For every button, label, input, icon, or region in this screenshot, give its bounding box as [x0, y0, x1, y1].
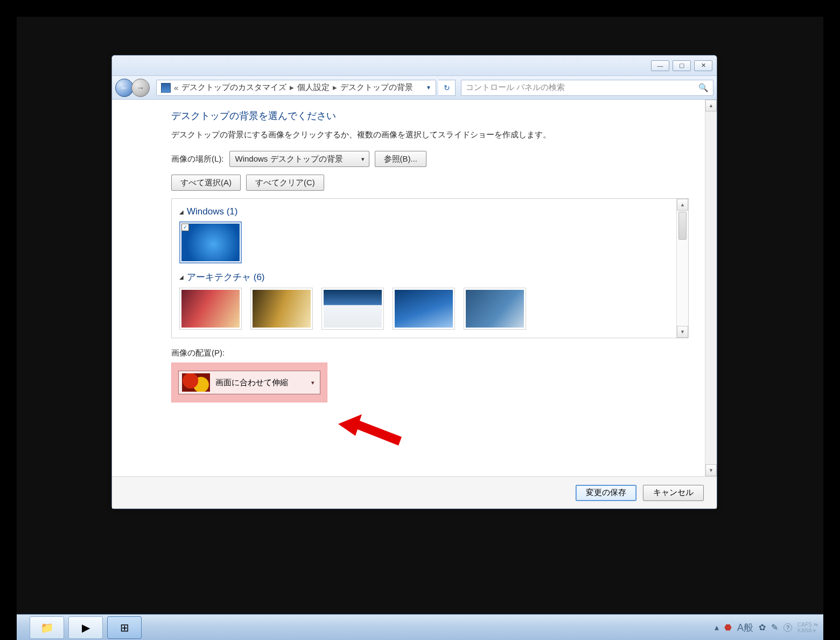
window-titlebar: — ▢ ✕ — [112, 55, 717, 76]
select-all-button[interactable]: すべて選択(A) — [171, 175, 241, 191]
minimize-button[interactable]: — — [651, 60, 669, 71]
navigation-bar: ← → « デスクトップのカスタマイズ ▶ 個人設定 ▶ デスクトップの背景 ▼… — [112, 76, 717, 100]
breadcrumb-seg-1[interactable]: デスクトップのカスタマイズ — [181, 82, 286, 93]
location-combo[interactable]: Windows デスクトップの背景 — [229, 151, 369, 167]
breadcrumb-seg-2[interactable]: 個人設定 — [297, 82, 330, 93]
browse-button[interactable]: 参照(B)... — [375, 151, 427, 167]
save-changes-button[interactable]: 変更の保存 — [576, 485, 636, 501]
search-placeholder: コントロール パネルの検索 — [466, 82, 565, 93]
ime-tool-icon[interactable]: ✿ — [759, 622, 766, 632]
taskbar-explorer-button[interactable]: 📁 — [30, 616, 64, 639]
location-row: 画像の場所(L): Windows デスクトップの背景 参照(B)... — [171, 151, 689, 167]
content-area: デスクトップの背景を選んでください デスクトップの背景にする画像をクリックするか… — [112, 100, 717, 476]
maximize-button[interactable]: ▢ — [673, 60, 691, 71]
wallpaper-gallery-inner: ◢ Windows (1) ✓ ◢ アー — [172, 199, 676, 338]
tray-chevron-up-icon[interactable]: ▴ — [715, 622, 719, 632]
page-heading: デスクトップの背景を選んでください — [171, 109, 689, 122]
close-button[interactable]: ✕ — [694, 60, 712, 71]
group-header-architecture[interactable]: ◢ アーキテクチャ (6) — [179, 271, 669, 283]
position-label: 画像の配置(P): — [171, 348, 689, 358]
group-title: アーキテクチャ (6) — [187, 271, 265, 283]
scroll-down-icon[interactable]: ▼ — [705, 464, 717, 476]
wallpaper-thumb[interactable] — [393, 288, 455, 330]
nav-buttons: ← → — [115, 79, 154, 97]
ime-help-icon[interactable]: ? — [783, 623, 792, 632]
scroll-thumb[interactable] — [678, 212, 687, 240]
breadcrumb[interactable]: « デスクトップのカスタマイズ ▶ 個人設定 ▶ デスクトップの背景 ▼ — [156, 80, 436, 96]
checkbox-checked-icon[interactable]: ✓ — [181, 224, 189, 231]
window-scrollbar[interactable]: ▲ ▼ — [705, 100, 717, 476]
collapse-icon: ◢ — [179, 274, 184, 280]
system-tray: ▴ ⬣ A般 ✿ ✎ ? CAPS ⇆KANA ▾ — [715, 621, 818, 634]
search-input[interactable]: コントロール パネルの検索 🔍 — [461, 80, 713, 96]
group-architecture-thumbs — [179, 288, 669, 330]
wallpaper-thumb[interactable] — [321, 288, 384, 330]
group-title: Windows (1) — [187, 206, 237, 217]
main-pane: デスクトップの背景を選んでください デスクトップの背景にする画像をクリックするか… — [112, 100, 705, 476]
chevron-right-icon: ▶ — [290, 85, 294, 91]
location-value: Windows デスクトップの背景 — [235, 154, 343, 164]
taskbar-mediaplayer-button[interactable]: ▶ — [68, 616, 103, 639]
ime-pad-icon[interactable]: ✎ — [771, 622, 778, 632]
wallpaper-thumb[interactable] — [464, 288, 526, 330]
forward-button[interactable]: → — [131, 79, 150, 97]
taskbar: 📁 ▶ ⊞ ▴ ⬣ A般 ✿ ✎ ? CAPS ⇆KANA ▾ — [17, 614, 823, 640]
wallpaper-thumb[interactable] — [250, 288, 313, 330]
control-panel-icon — [161, 83, 171, 93]
scroll-up-icon[interactable]: ▲ — [677, 199, 688, 211]
gallery-scrollbar[interactable]: ▲ ▼ — [676, 199, 688, 338]
breadcrumb-seg-3: デスクトップの背景 — [340, 82, 413, 93]
cancel-button[interactable]: キャンセル — [643, 485, 704, 501]
wallpaper-thumb[interactable]: ✓ — [179, 221, 242, 263]
tray-security-icon[interactable]: ⬣ — [724, 622, 732, 632]
group-windows-thumbs: ✓ — [179, 221, 669, 263]
window-footer: 変更の保存 キャンセル — [112, 476, 717, 509]
scroll-up-icon[interactable]: ▲ — [705, 100, 717, 112]
chevron-right-icon: ▶ — [333, 85, 337, 91]
svg-marker-0 — [338, 414, 402, 446]
wallpaper-thumb[interactable] — [179, 288, 242, 330]
control-panel-window: — ▢ ✕ ← → « デスクトップのカスタマイズ ▶ 個人設定 ▶ デスクトッ… — [111, 55, 717, 509]
ime-mode-indicator[interactable]: A般 — [737, 621, 753, 634]
breadcrumb-prefix: « — [174, 83, 178, 92]
scroll-down-icon[interactable]: ▼ — [677, 326, 688, 338]
wallpaper-gallery: ◢ Windows (1) ✓ ◢ アー — [171, 198, 689, 338]
collapse-icon: ◢ — [179, 209, 184, 215]
position-combo[interactable]: 画面に合わせて伸縮 — [178, 371, 320, 394]
letterbox: — ▢ ✕ ← → « デスクトップのカスタマイズ ▶ 個人設定 ▶ デスクトッ… — [0, 0, 840, 640]
search-icon: 🔍 — [698, 83, 709, 93]
caps-kana-indicator: CAPS ⇆KANA ▾ — [797, 622, 818, 634]
group-header-windows[interactable]: ◢ Windows (1) — [179, 206, 669, 217]
position-highlight: 画面に合わせて伸縮 — [171, 363, 327, 402]
clear-all-button[interactable]: すべてクリア(C) — [246, 175, 324, 191]
position-preview-icon — [182, 373, 210, 392]
select-row: すべて選択(A) すべてクリア(C) — [171, 175, 689, 191]
page-description: デスクトップの背景にする画像をクリックするか、複数の画像を選択してスライドショー… — [171, 130, 689, 140]
desktop-area: — ▢ ✕ ← → « デスクトップのカスタマイズ ▶ 個人設定 ▶ デスクトッ… — [17, 17, 823, 640]
position-value: 画面に合わせて伸縮 — [215, 378, 288, 388]
location-label: 画像の場所(L): — [171, 154, 224, 164]
refresh-button[interactable]: ↻ — [438, 80, 456, 96]
annotation-arrow-icon — [338, 408, 403, 451]
taskbar-controlpanel-button[interactable]: ⊞ — [107, 616, 142, 639]
breadcrumb-dropdown-icon[interactable]: ▼ — [426, 85, 431, 91]
back-button[interactable]: ← — [115, 79, 134, 97]
